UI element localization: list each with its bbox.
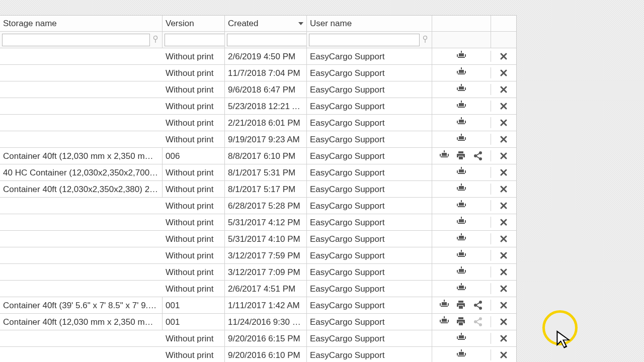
- load-button[interactable]: [455, 333, 467, 344]
- delete-button[interactable]: [498, 150, 510, 161]
- table-row[interactable]: Container 40ft (12,030 mm x 2,350 mm x 2…: [0, 314, 516, 330]
- cell-user: EasyCargo Support: [307, 281, 432, 297]
- filter-pin-icon[interactable]: [421, 35, 430, 45]
- table-row[interactable]: Without print9/6/2018 6:47 PMEasyCargo S…: [0, 81, 516, 98]
- load-button[interactable]: [455, 84, 467, 95]
- delete-button[interactable]: [498, 349, 510, 360]
- print-button[interactable]: [455, 300, 467, 311]
- filter-pin-icon[interactable]: [151, 35, 160, 45]
- share-button[interactable]: [472, 150, 485, 161]
- cell-delete: [491, 134, 516, 145]
- delete-button[interactable]: [498, 101, 510, 112]
- filter-created-date[interactable]: [227, 34, 307, 46]
- table-row[interactable]: 40 HC Container (12,030x2,350x2,700) 28,…: [0, 164, 516, 181]
- print-button[interactable]: [455, 150, 467, 161]
- table-row[interactable]: Without print3/12/2017 7:59 PMEasyCargo …: [0, 247, 516, 264]
- table-row[interactable]: Without print6/28/2017 5:28 PMEasyCargo …: [0, 198, 516, 214]
- cell-actions: [432, 266, 491, 278]
- load-button[interactable]: [455, 200, 467, 211]
- cell-delete: [491, 117, 516, 128]
- load-button[interactable]: [455, 101, 467, 112]
- table-row[interactable]: Without print5/31/2017 4:12 PMEasyCargo …: [0, 214, 516, 231]
- table-row[interactable]: Container 40ft (39' 5.6" x 7' 8.5" x 7' …: [0, 297, 516, 314]
- delete-button[interactable]: [498, 316, 510, 327]
- delete-button[interactable]: [498, 117, 510, 128]
- delete-button[interactable]: [498, 84, 510, 95]
- table-row[interactable]: Without print9/20/2016 6:10 PMEasyCargo …: [0, 347, 516, 362]
- table-row[interactable]: Without print5/31/2017 4:10 PMEasyCargo …: [0, 231, 516, 247]
- share-button[interactable]: [472, 300, 485, 311]
- table-row[interactable]: Without print2/21/2018 6:01 PMEasyCargo …: [0, 115, 516, 131]
- table-row[interactable]: Without print11/7/2018 7:04 PMEasyCargo …: [0, 65, 516, 81]
- cell-created: 9/19/2017 9:23 AM: [225, 131, 307, 148]
- cell-user: EasyCargo Support: [307, 65, 432, 81]
- filter-storage-input[interactable]: [2, 34, 150, 46]
- load-button[interactable]: [455, 134, 467, 145]
- delete-button[interactable]: [498, 184, 510, 195]
- load-button[interactable]: [455, 250, 467, 261]
- load-button[interactable]: [455, 184, 467, 195]
- delete-button[interactable]: [498, 51, 510, 62]
- table-row[interactable]: Without print5/23/2018 12:21 AMEasyCargo…: [0, 98, 516, 115]
- print-button[interactable]: [455, 316, 467, 327]
- table-row[interactable]: Without print2/6/2019 4:50 PMEasyCargo S…: [0, 48, 516, 65]
- cell-storage: Container 40ft (39' 5.6" x 7' 8.5" x 7' …: [0, 297, 163, 314]
- filter-created-input[interactable]: [227, 34, 307, 46]
- cell-created: 5/31/2017 4:12 PM: [225, 214, 307, 231]
- cell-created: 3/12/2017 7:09 PM: [225, 264, 307, 281]
- load-button[interactable]: [455, 233, 467, 244]
- cell-version: Without print: [163, 48, 225, 65]
- cell-storage: Container 40ft (12,030 mm x 2,350 mm x 2…: [0, 314, 163, 330]
- cell-delete: [491, 51, 516, 62]
- sort-desc-icon: [298, 22, 303, 25]
- table-row[interactable]: Without print9/19/2017 9:23 AMEasyCargo …: [0, 131, 516, 148]
- load-button[interactable]: [455, 167, 467, 178]
- cell-actions: [432, 333, 491, 344]
- delete-button[interactable]: [498, 217, 510, 228]
- load-button[interactable]: [438, 316, 450, 327]
- cell-version: Without print: [163, 231, 225, 247]
- delete-button[interactable]: [498, 67, 510, 78]
- delete-button[interactable]: [498, 200, 510, 211]
- delete-button[interactable]: [498, 266, 510, 278]
- cell-version: Without print: [163, 264, 225, 281]
- delete-button[interactable]: [498, 167, 510, 178]
- cell-user: EasyCargo Support: [307, 164, 432, 181]
- delete-button[interactable]: [498, 333, 510, 344]
- column-header-storage[interactable]: Storage name: [0, 16, 163, 31]
- filter-user-input[interactable]: [309, 34, 420, 46]
- delete-button[interactable]: [498, 283, 510, 294]
- cell-created: 11/7/2018 7:04 PM: [225, 65, 307, 81]
- load-button[interactable]: [455, 217, 467, 228]
- load-button[interactable]: [438, 300, 450, 311]
- table-row[interactable]: Container 40ft (12,030 mm x 2,350 mm x 2…: [0, 148, 516, 164]
- load-button[interactable]: [438, 150, 450, 161]
- column-header-version[interactable]: Version: [163, 16, 225, 31]
- cell-delete: [491, 184, 516, 195]
- delete-button[interactable]: [498, 250, 510, 261]
- load-button[interactable]: [455, 117, 467, 128]
- load-button[interactable]: [455, 283, 467, 294]
- cell-delete: [491, 233, 516, 244]
- cell-delete: [491, 217, 516, 228]
- cell-user: EasyCargo Support: [307, 48, 432, 65]
- load-button[interactable]: [455, 266, 467, 278]
- column-header-user[interactable]: User name: [307, 16, 432, 31]
- load-button[interactable]: [455, 349, 467, 360]
- cell-delete: [491, 349, 516, 360]
- table-row[interactable]: Without print9/20/2016 6:15 PMEasyCargo …: [0, 330, 516, 347]
- delete-button[interactable]: [498, 300, 510, 311]
- load-button[interactable]: [455, 51, 467, 62]
- cell-user: EasyCargo Support: [307, 347, 432, 363]
- cell-version: Without print: [163, 115, 225, 131]
- column-header-delete: [491, 16, 516, 31]
- delete-button[interactable]: [498, 134, 510, 145]
- table-row[interactable]: Container 40ft (12,030x2,350x2,380) 26,4…: [0, 181, 516, 198]
- load-button[interactable]: [455, 67, 467, 78]
- table-row[interactable]: Without print3/12/2017 7:09 PMEasyCargo …: [0, 264, 516, 281]
- table-row[interactable]: Without print2/6/2017 4:51 PMEasyCargo S…: [0, 281, 516, 297]
- column-header-created[interactable]: Created: [225, 16, 307, 31]
- cell-user: EasyCargo Support: [307, 297, 432, 314]
- filter-version-input[interactable]: [165, 34, 225, 46]
- delete-button[interactable]: [498, 233, 510, 244]
